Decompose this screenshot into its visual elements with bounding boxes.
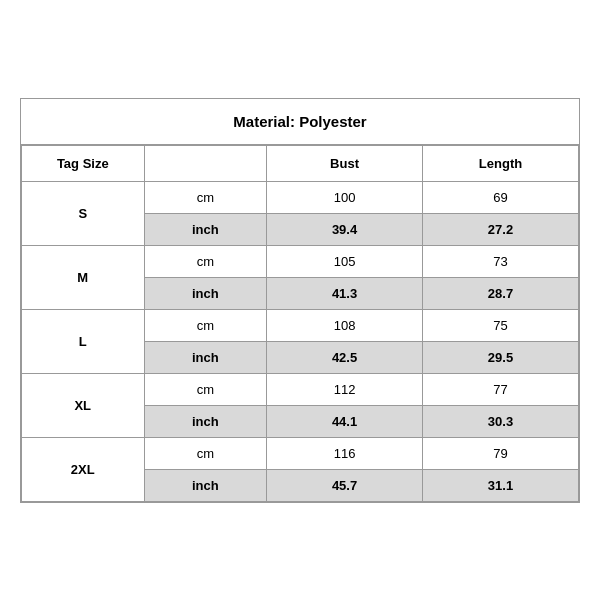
- tag-size-cell: L: [22, 309, 145, 373]
- header-unit: [144, 145, 267, 181]
- table-row: XLcm11277: [22, 373, 579, 405]
- bust-cell: 105: [267, 245, 423, 277]
- header-bust: Bust: [267, 145, 423, 181]
- bust-cell: 39.4: [267, 213, 423, 245]
- tag-size-cell: S: [22, 181, 145, 245]
- length-cell: 75: [423, 309, 579, 341]
- chart-title: Material: Polyester: [21, 99, 579, 145]
- bust-cell: 116: [267, 437, 423, 469]
- unit-cell: inch: [144, 277, 267, 309]
- unit-cell: cm: [144, 437, 267, 469]
- unit-cell: cm: [144, 309, 267, 341]
- table-row: Scm10069: [22, 181, 579, 213]
- length-cell: 27.2: [423, 213, 579, 245]
- length-cell: 69: [423, 181, 579, 213]
- header-length: Length: [423, 145, 579, 181]
- unit-cell: inch: [144, 405, 267, 437]
- bust-cell: 44.1: [267, 405, 423, 437]
- table-row: 2XLcm11679: [22, 437, 579, 469]
- bust-cell: 42.5: [267, 341, 423, 373]
- length-cell: 31.1: [423, 469, 579, 501]
- bust-cell: 100: [267, 181, 423, 213]
- table-body: Scm10069inch39.427.2Mcm10573inch41.328.7…: [22, 181, 579, 501]
- header-tag-size: Tag Size: [22, 145, 145, 181]
- length-cell: 79: [423, 437, 579, 469]
- tag-size-cell: 2XL: [22, 437, 145, 501]
- bust-cell: 41.3: [267, 277, 423, 309]
- length-cell: 29.5: [423, 341, 579, 373]
- length-cell: 73: [423, 245, 579, 277]
- tag-size-cell: M: [22, 245, 145, 309]
- table-row: Mcm10573: [22, 245, 579, 277]
- table-header-row: Tag Size Bust Length: [22, 145, 579, 181]
- bust-cell: 112: [267, 373, 423, 405]
- length-cell: 77: [423, 373, 579, 405]
- table-row: Lcm10875: [22, 309, 579, 341]
- length-cell: 28.7: [423, 277, 579, 309]
- bust-cell: 108: [267, 309, 423, 341]
- unit-cell: cm: [144, 181, 267, 213]
- tag-size-cell: XL: [22, 373, 145, 437]
- size-chart: Material: Polyester Tag Size Bust Length…: [20, 98, 580, 503]
- unit-cell: cm: [144, 245, 267, 277]
- unit-cell: inch: [144, 213, 267, 245]
- unit-cell: cm: [144, 373, 267, 405]
- bust-cell: 45.7: [267, 469, 423, 501]
- length-cell: 30.3: [423, 405, 579, 437]
- unit-cell: inch: [144, 469, 267, 501]
- size-table: Tag Size Bust Length Scm10069inch39.427.…: [21, 145, 579, 502]
- unit-cell: inch: [144, 341, 267, 373]
